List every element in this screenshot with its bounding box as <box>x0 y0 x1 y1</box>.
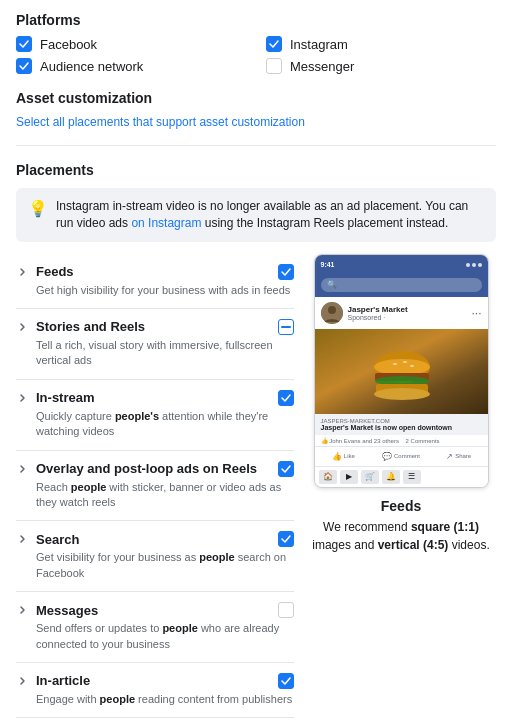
like-icon: 👍 <box>332 452 342 461</box>
bottom-nav-bell-icon[interactable]: 🔔 <box>382 470 400 484</box>
platforms-title: Platforms <box>16 12 496 28</box>
post-likes-text: 👍 John Evans and 23 others 2 Comments <box>321 438 440 444</box>
svg-point-4 <box>374 359 430 375</box>
placement-stories-reels: Stories and Reels Tell a rich, visual st… <box>16 309 294 380</box>
placement-messages-header: Messages <box>16 602 294 618</box>
phone-search-icon: 🔍 <box>327 280 337 289</box>
platform-messenger[interactable]: Messenger <box>266 58 496 74</box>
bottom-nav-menu-icon[interactable]: ☰ <box>403 470 421 484</box>
stories-reels-desc: Tell a rich, visual story with immersive… <box>16 338 294 369</box>
signal-dot-1 <box>466 263 470 267</box>
feeds-chevron-icon[interactable] <box>16 265 30 279</box>
asset-customization-section: Asset customization Select all placement… <box>16 90 496 146</box>
instagram-reels-link[interactable]: on Instagram <box>131 216 201 230</box>
svg-point-9 <box>393 363 397 365</box>
post-share-action[interactable]: ↗ Share <box>430 450 488 463</box>
messenger-label: Messenger <box>290 59 354 74</box>
phone-time: 9:41 <box>321 261 335 268</box>
preview-bold-2: vertical (4:5) <box>378 538 449 552</box>
instagram-checkbox[interactable] <box>266 36 282 52</box>
search-chevron-icon[interactable] <box>16 532 30 546</box>
in-article-checkbox[interactable] <box>278 673 294 689</box>
post-avatar <box>321 302 343 324</box>
post-like-action[interactable]: 👍 Like <box>315 450 373 463</box>
audience-network-label: Audience network <box>40 59 143 74</box>
asset-customization-link[interactable]: Select all placements that support asset… <box>16 115 305 129</box>
bottom-nav-marketplace-icon[interactable]: 🛒 <box>361 470 379 484</box>
search-checkbox[interactable] <box>278 531 294 547</box>
platforms-section: Platforms Facebook Instagram Audience ne… <box>16 12 496 74</box>
instagram-label: Instagram <box>290 37 348 52</box>
stories-reels-name: Stories and Reels <box>36 319 272 334</box>
share-icon: ↗ <box>446 452 453 461</box>
post-sponsored-label: Sponsored · <box>348 314 467 321</box>
stories-reels-chevron-icon[interactable] <box>16 320 30 334</box>
platform-instagram[interactable]: Instagram <box>266 36 496 52</box>
placement-stories-reels-header: Stories and Reels <box>16 319 294 335</box>
stories-reels-checkbox[interactable] <box>278 319 294 335</box>
signal-dot-3 <box>478 263 482 267</box>
facebook-checkbox[interactable] <box>16 36 32 52</box>
platform-audience-network[interactable]: Audience network <box>16 58 246 74</box>
feeds-name: Feeds <box>36 264 272 279</box>
post-link-preview: JASPERS-MARKET.COM Jasper's Market is no… <box>315 414 488 435</box>
phone-signal-icons <box>466 263 482 267</box>
placement-search-header: Search <box>16 531 294 547</box>
in-stream-checkbox[interactable] <box>278 390 294 406</box>
lightbulb-icon: 💡 <box>28 199 48 218</box>
preview-description: We recommend square (1:1) images and ver… <box>306 518 496 554</box>
in-article-name: In-article <box>36 673 272 688</box>
info-banner-text: Instagram in-stream video is no longer a… <box>56 198 484 232</box>
overlay-reels-chevron-icon[interactable] <box>16 462 30 476</box>
platform-facebook[interactable]: Facebook <box>16 36 246 52</box>
burger-image <box>315 329 488 414</box>
search-name: Search <box>36 532 272 547</box>
post-info: Jasper's Market Sponsored · <box>348 305 467 321</box>
in-stream-chevron-icon[interactable] <box>16 391 30 405</box>
like-label: Like <box>344 453 355 459</box>
phone-search-bar: 🔍 <box>315 275 488 297</box>
phone-search-inner: 🔍 <box>321 278 482 292</box>
svg-point-8 <box>374 388 430 400</box>
feeds-checkbox[interactable] <box>278 264 294 280</box>
messenger-checkbox[interactable] <box>266 58 282 74</box>
post-image <box>315 329 488 414</box>
placement-in-article: In-article Engage with people reading co… <box>16 663 294 718</box>
placement-in-stream-header: In-stream <box>16 390 294 406</box>
messages-checkbox[interactable] <box>278 602 294 618</box>
phone-mockup: 9:41 🔍 <box>314 254 489 488</box>
bottom-nav-video-icon[interactable]: ▶ <box>340 470 358 484</box>
search-desc: Get visibility for your business as peop… <box>16 550 294 581</box>
post-page-name: Jasper's Market <box>348 305 467 314</box>
preview-bold-1: square (1:1) <box>411 520 479 534</box>
in-article-chevron-icon[interactable] <box>16 674 30 688</box>
asset-customization-title: Asset customization <box>16 90 496 106</box>
overlay-reels-desc: Reach people with sticker, banner or vid… <box>16 480 294 511</box>
signal-dot-2 <box>472 263 476 267</box>
placement-in-article-header: In-article <box>16 673 294 689</box>
placement-overlay-reels-header: Overlay and post-loop ads on Reels <box>16 461 294 477</box>
bottom-nav-home-icon[interactable]: 🏠 <box>319 470 337 484</box>
post-more-icon[interactable]: ··· <box>471 306 481 320</box>
post-bottom-bar: 🏠 ▶ 🛒 🔔 ☰ <box>315 466 488 487</box>
placement-search: Search Get visibility for your business … <box>16 521 294 592</box>
placements-title: Placements <box>16 162 496 178</box>
platforms-grid: Facebook Instagram Audience network Mess… <box>16 36 496 74</box>
post-actions: 👍 Like 💬 Comment ↗ Share <box>315 446 488 466</box>
in-stream-desc: Quickly capture people's attention while… <box>16 409 294 440</box>
svg-point-11 <box>410 365 414 367</box>
post-link-title: Jasper's Market is now open downtown <box>321 424 482 431</box>
overlay-reels-checkbox[interactable] <box>278 461 294 477</box>
placement-feeds: Feeds Get high visibility for your busin… <box>16 254 294 309</box>
info-banner: 💡 Instagram in-stream video is no longer… <box>16 188 496 242</box>
audience-network-checkbox[interactable] <box>16 58 32 74</box>
preview-label: Feeds <box>381 498 421 514</box>
messages-desc: Send offers or updates to people who are… <box>16 621 294 652</box>
overlay-reels-name: Overlay and post-loop ads on Reels <box>36 461 272 476</box>
messages-chevron-icon[interactable] <box>16 603 30 617</box>
in-article-desc: Engage with people reading content from … <box>16 692 294 707</box>
placements-section: Placements 💡 Instagram in-stream video i… <box>16 162 496 723</box>
placements-list: Feeds Get high visibility for your busin… <box>16 254 294 723</box>
post-comment-action[interactable]: 💬 Comment <box>372 450 430 463</box>
in-stream-name: In-stream <box>36 390 272 405</box>
